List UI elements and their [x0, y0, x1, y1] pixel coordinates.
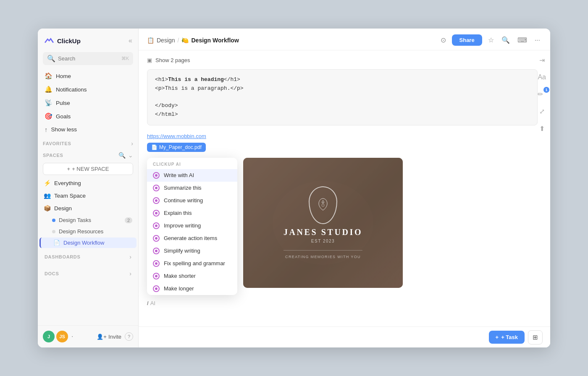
doc-link[interactable]: https://www.mobbin.com	[147, 133, 538, 139]
ai-menu-item-explain[interactable]: Explain this	[147, 207, 237, 219]
favorites-section: FAVORITES ›	[43, 140, 133, 147]
more-icon-button[interactable]: ···	[533, 35, 542, 46]
code-block: <h1>This is a heading</h1> <p>This is a …	[147, 69, 538, 125]
spaces-search-button[interactable]: 🔍	[118, 152, 126, 159]
new-space-button[interactable]: + + NEW SPACE	[43, 163, 133, 175]
ai-dot-generate	[153, 235, 160, 242]
help-button[interactable]: ?	[125, 332, 133, 341]
search-shortcut: ⌘K	[121, 56, 129, 61]
ai-menu-item-generate-actions[interactable]: Generate action items	[147, 232, 237, 245]
main-content: 📋 Design / 🍋 Design Workflow ⊙ Share ☆ 🔍…	[139, 29, 550, 347]
sidebar-item-everything[interactable]: ⚡ Everything	[39, 177, 136, 189]
expand-arrows-icon-button[interactable]: ⤢	[536, 106, 548, 117]
sidebar-item-pulse[interactable]: 📡 Pulse	[41, 96, 135, 110]
sidebar-item-design-label: Design	[54, 205, 72, 212]
comment-count-badge: 1	[543, 87, 549, 93]
everything-icon: ⚡	[44, 180, 51, 186]
ai-dot-simplify	[153, 248, 160, 254]
plus-icon: +	[496, 334, 499, 340]
studio-name: JANES STUDIO	[284, 227, 362, 237]
design-tasks-count: 2	[125, 217, 132, 223]
grid-view-button[interactable]: ⊞	[528, 330, 543, 345]
sidebar-item-show-less[interactable]: ↑ Show less	[41, 123, 135, 136]
ai-menu-item-summarize[interactable]: Summarize this	[147, 182, 237, 194]
search-input[interactable]	[58, 55, 119, 62]
sidebar-item-everything-label: Everything	[54, 180, 81, 186]
ai-dot-improve	[153, 222, 160, 229]
ai-menu-item-make-shorter[interactable]: Make shorter	[147, 270, 237, 282]
sidebar-item-notifications-label: Notifications	[56, 86, 87, 93]
home-icon: 🏠	[45, 72, 52, 80]
new-space-plus-icon: +	[67, 166, 71, 172]
dashboards-section[interactable]: DASHBOARDS ›	[43, 251, 133, 263]
sidebar-item-design-resources[interactable]: Design Resources	[39, 226, 136, 237]
add-task-button[interactable]: + + Task	[489, 331, 525, 344]
breadcrumb-parent: Design	[157, 37, 175, 44]
collapse-button[interactable]: «	[129, 37, 132, 44]
search-icon-button[interactable]: 🔍	[500, 34, 512, 46]
bullet-list-icon-button[interactable]: ⊙	[439, 34, 448, 46]
ai-dropdown: CLICKUP AI Write with AI Summarize this …	[147, 158, 237, 295]
ai-menu-item-write-label: Write with AI	[164, 172, 194, 178]
ai-dropdown-header: CLICKUP AI	[147, 158, 237, 169]
code-line-5: </html>	[155, 110, 530, 119]
pulse-icon: 📡	[45, 99, 52, 107]
spaces-chevron-button[interactable]: ⌄	[128, 152, 133, 159]
right-toolbar: ⇥ Aa ✏ 1 ⤢ ⬆	[536, 55, 548, 134]
ai-menu-item-continue[interactable]: Continue writing	[147, 194, 237, 207]
sidebar-item-show-less-label: Show less	[51, 126, 77, 133]
ai-dot-longer	[153, 285, 160, 292]
expand-icon-button[interactable]: ⇥	[536, 55, 548, 66]
sidebar-item-design[interactable]: 📦 Design	[39, 202, 136, 214]
sidebar-item-goals[interactable]: 🎯 Goals	[41, 110, 135, 123]
ai-menu-item-simplify[interactable]: Simplify writing	[147, 245, 237, 257]
spaces-section-header: SPACES 🔍 ⌄	[43, 152, 133, 159]
share-button[interactable]: Share	[452, 34, 482, 46]
studio-image: JANES STUDIO EST 2023 CREATING MEMORIES …	[243, 158, 403, 288]
code-line-4: </body>	[155, 102, 530, 110]
studio-content: JANES STUDIO EST 2023 CREATING MEMORIES …	[284, 186, 362, 259]
invite-label: Invite	[108, 334, 121, 340]
top-actions: ⊙ Share ☆ 🔍 ⌨ ···	[439, 34, 542, 46]
person-plus-icon: 👤+	[97, 334, 107, 340]
sidebar-item-team-space[interactable]: 👥 Team Space	[39, 190, 136, 201]
avatar-more-button[interactable]: ·	[70, 331, 75, 342]
ai-menu-item-write-with-ai[interactable]: Write with AI	[147, 169, 237, 182]
docs-expand-button[interactable]: ›	[129, 270, 131, 277]
search-bar[interactable]: 🔍 ⌘K	[43, 52, 133, 65]
comment-badge-button: ✏ 1	[536, 89, 548, 100]
sidebar-item-home[interactable]: 🏠 Home	[41, 69, 135, 83]
breadcrumb-icon: 🍋	[181, 37, 189, 44]
share-up-icon-button[interactable]: ⬆	[536, 123, 548, 134]
breadcrumb-current: Design Workflow	[191, 37, 239, 44]
pages-bar[interactable]: ▣ Show 2 pages	[147, 57, 538, 63]
file-badge[interactable]: 📄 My_Paper_doc.pdf	[147, 143, 206, 152]
invite-button[interactable]: 👤+ Invite	[97, 334, 121, 340]
sidebar-item-design-tasks[interactable]: Design Tasks 2	[39, 215, 136, 225]
sidebar-item-design-resources-label: Design Resources	[59, 228, 103, 235]
sidebar-item-design-tasks-label: Design Tasks	[59, 217, 91, 223]
font-size-icon-button[interactable]: Aa	[536, 72, 548, 83]
content-area: ⇥ Aa ✏ 1 ⤢ ⬆ ▣ Show 2 pages <h1>This is …	[139, 50, 550, 326]
sidebar-item-design-workflow[interactable]: 📄 Design Workflow	[39, 238, 136, 248]
terminal-icon-button[interactable]: ⌨	[516, 34, 529, 46]
code-line-3	[155, 93, 530, 102]
ai-menu-item-make-longer[interactable]: Make longer	[147, 282, 237, 295]
ai-menu-item-improve[interactable]: Improve writing	[147, 219, 237, 232]
ai-command-slash: /	[147, 300, 149, 306]
design-icon: 📦	[44, 205, 51, 212]
docs-section[interactable]: DOCS ›	[43, 268, 133, 279]
ai-menu-item-generate-label: Generate action items	[164, 235, 217, 241]
star-icon-button[interactable]: ☆	[486, 34, 496, 46]
ai-menu-item-fix-spelling[interactable]: Fix spelling and grammar	[147, 257, 237, 270]
ai-dot-fix	[153, 260, 160, 267]
sidebar-item-notifications[interactable]: 🔔 Notifications	[41, 83, 135, 96]
dashboards-expand-button[interactable]: ›	[129, 253, 131, 260]
spaces-label: SPACES	[43, 153, 63, 158]
app-name: ClickUp	[57, 37, 81, 44]
sidebar: ClickUp « 🔍 ⌘K 🏠 Home 🔔 Notifications 📡 …	[38, 29, 139, 347]
design-tasks-dot	[52, 219, 55, 222]
avatar-js: JS	[56, 331, 68, 342]
favorites-expand-button[interactable]: ›	[131, 140, 133, 147]
pages-icon: ▣	[147, 57, 152, 63]
